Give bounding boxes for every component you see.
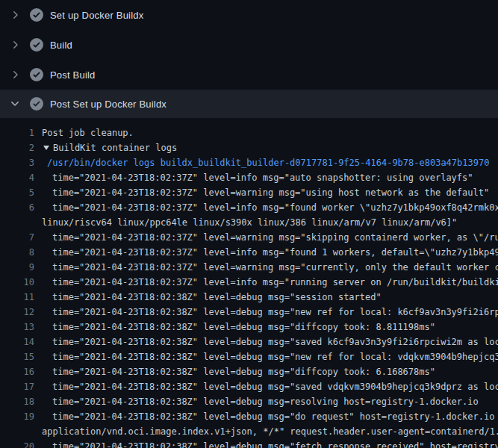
- log-text: time="2021-04-23T18:02:38Z" level=debug …: [42, 379, 498, 394]
- log-command-text: /usr/bin/docker logs buildx_buildkit_bui…: [42, 155, 489, 170]
- line-number[interactable]: 13: [0, 320, 34, 335]
- log-line: 17time="2021-04-23T18:02:38Z" level=debu…: [0, 379, 498, 394]
- step-title: Post Build: [50, 69, 96, 81]
- line-number: [0, 424, 34, 439]
- log-line: 7time="2021-04-23T18:02:37Z" level=warni…: [0, 230, 498, 245]
- log-line: 16time="2021-04-23T18:02:38Z" level=debu…: [0, 364, 498, 379]
- steps-list: Set up Docker BuildxBuildPost BuildPost …: [0, 0, 498, 118]
- line-number[interactable]: 5: [0, 185, 34, 200]
- line-number[interactable]: 9: [0, 260, 34, 275]
- log-line: 5time="2021-04-23T18:02:37Z" level=warni…: [0, 185, 498, 200]
- log-line: 18time="2021-04-23T18:02:38Z" level=debu…: [0, 394, 498, 409]
- log-line-continuation: application/vnd.oci.image.index.v1+json,…: [0, 424, 498, 439]
- log-text: time="2021-04-23T18:02:37Z" level=info m…: [42, 245, 498, 260]
- log-text: time="2021-04-23T18:02:37Z" level=warnin…: [42, 185, 489, 200]
- check-circle-icon: [30, 68, 43, 81]
- log-line: 10time="2021-04-23T18:02:37Z" level=info…: [0, 275, 498, 290]
- log-line: 1Post job cleanup.: [0, 125, 498, 140]
- log-line: 15time="2021-04-23T18:02:38Z" level=debu…: [0, 349, 498, 364]
- step-title: Build: [50, 40, 72, 51]
- log-text: time="2021-04-23T18:02:37Z" level=info m…: [42, 170, 473, 185]
- line-number[interactable]: 14: [0, 335, 34, 349]
- line-number[interactable]: 1: [0, 125, 34, 140]
- chevron-right-icon[interactable]: [9, 69, 21, 81]
- log-text: time="2021-04-23T18:02:37Z" level=warnin…: [42, 230, 498, 245]
- log-line: 4time="2021-04-23T18:02:37Z" level=info …: [0, 170, 498, 185]
- line-number[interactable]: 18: [0, 394, 34, 409]
- line-number[interactable]: 11: [0, 290, 34, 305]
- log-line: 3/usr/bin/docker logs buildx_buildkit_bu…: [0, 155, 498, 170]
- log-text: time="2021-04-23T18:02:38Z" level=debug …: [42, 439, 498, 448]
- line-number[interactable]: 16: [0, 364, 34, 379]
- log-text: application/vnd.oci.image.index.v1+json,…: [42, 424, 498, 439]
- chevron-right-icon[interactable]: [9, 39, 21, 51]
- step-row-post-build[interactable]: Post Build: [0, 60, 498, 90]
- step-row-build[interactable]: Build: [0, 30, 498, 60]
- log-text: time="2021-04-23T18:02:37Z" level=info m…: [42, 200, 498, 215]
- check-circle-icon: [30, 38, 43, 52]
- check-circle-icon: [30, 8, 43, 22]
- line-number[interactable]: 10: [0, 275, 34, 290]
- log-text: time="2021-04-23T18:02:37Z" level=warnin…: [42, 260, 498, 275]
- log-line: 8time="2021-04-23T18:02:37Z" level=info …: [0, 245, 498, 260]
- group-collapse-icon[interactable]: [43, 146, 49, 150]
- line-number[interactable]: 6: [0, 200, 34, 215]
- line-number: [0, 215, 34, 230]
- log-line: 20time="2021-04-23T18:02:38Z" level=debu…: [0, 439, 498, 448]
- log-text: time="2021-04-23T18:02:38Z" level=debug …: [42, 364, 435, 379]
- log-text: time="2021-04-23T18:02:38Z" level=debug …: [42, 305, 498, 320]
- log-text: time="2021-04-23T18:02:38Z" level=debug …: [42, 409, 498, 424]
- log-area: 1Post job cleanup.2BuildKit container lo…: [0, 118, 498, 448]
- log-text: time="2021-04-23T18:02:38Z" level=debug …: [42, 394, 479, 409]
- log-text: time="2021-04-23T18:02:38Z" level=debug …: [42, 335, 498, 349]
- line-number[interactable]: 12: [0, 305, 34, 320]
- log-line: 11time="2021-04-23T18:02:38Z" level=debu…: [0, 290, 498, 305]
- line-number[interactable]: 15: [0, 349, 34, 364]
- chevron-down-icon[interactable]: [9, 98, 21, 110]
- line-number[interactable]: 7: [0, 230, 34, 245]
- line-number[interactable]: 4: [0, 170, 34, 185]
- step-title: Set up Docker Buildx: [50, 10, 143, 21]
- log-line: 12time="2021-04-23T18:02:38Z" level=debu…: [0, 305, 498, 320]
- actions-log-viewer: Set up Docker BuildxBuildPost BuildPost …: [0, 0, 498, 448]
- log-line: 13time="2021-04-23T18:02:38Z" level=debu…: [0, 320, 498, 335]
- check-circle-icon: [30, 97, 43, 111]
- log-line: 9time="2021-04-23T18:02:37Z" level=warni…: [0, 260, 498, 275]
- line-number[interactable]: 8: [0, 245, 34, 260]
- log-text: time="2021-04-23T18:02:38Z" level=debug …: [42, 349, 498, 364]
- log-line: 14time="2021-04-23T18:02:38Z" level=debu…: [0, 335, 498, 349]
- step-title: Post Set up Docker Buildx: [50, 99, 166, 110]
- log-text: Post job cleanup.: [42, 125, 134, 140]
- log-line: 6time="2021-04-23T18:02:37Z" level=info …: [0, 200, 498, 215]
- chevron-right-icon[interactable]: [9, 9, 21, 21]
- line-number[interactable]: 19: [0, 409, 34, 424]
- line-number[interactable]: 17: [0, 379, 34, 394]
- log-group-label[interactable]: BuildKit container logs: [53, 140, 177, 155]
- log-text: time="2021-04-23T18:02:37Z" level=info m…: [42, 275, 498, 290]
- step-row-set-up-docker-buildx[interactable]: Set up Docker Buildx: [0, 0, 498, 30]
- log-line: 2BuildKit container logs: [0, 140, 498, 155]
- step-row-post-set-up-docker-buildx[interactable]: Post Set up Docker Buildx: [0, 90, 498, 118]
- log-line-continuation: linux/riscv64 linux/ppc64le linux/s390x …: [0, 215, 498, 230]
- log-text: time="2021-04-23T18:02:38Z" level=debug …: [42, 320, 435, 335]
- line-number[interactable]: 2: [0, 140, 34, 155]
- line-number[interactable]: 3: [0, 155, 34, 170]
- log-line: 19time="2021-04-23T18:02:38Z" level=debu…: [0, 409, 498, 424]
- line-number[interactable]: 20: [0, 439, 34, 448]
- log-text: time="2021-04-23T18:02:38Z" level=debug …: [42, 290, 382, 305]
- log-text: linux/riscv64 linux/ppc64le linux/s390x …: [42, 215, 457, 230]
